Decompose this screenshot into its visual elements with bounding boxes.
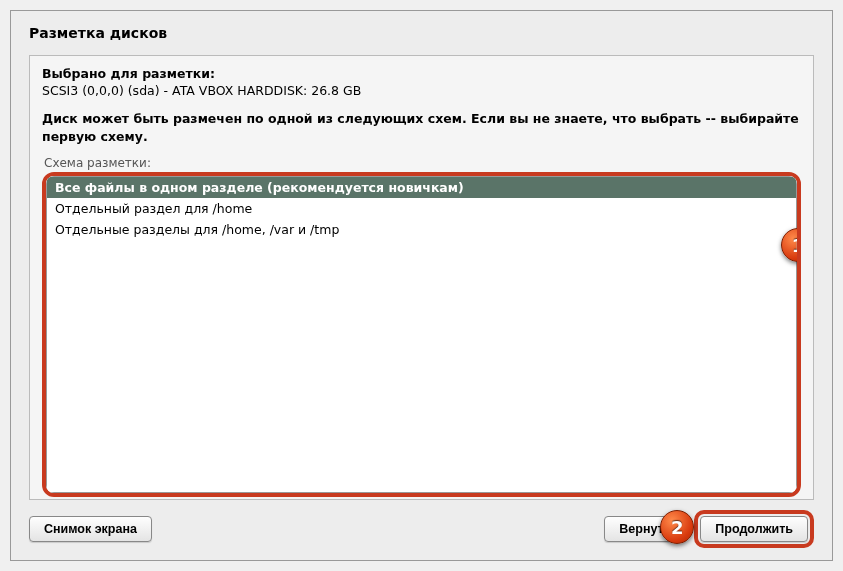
scheme-option-separate-home[interactable]: Отдельный раздел для /home (47, 198, 796, 219)
selected-label: Выбрано для разметки: (42, 66, 801, 81)
screenshot-button[interactable]: Снимок экрана (29, 516, 152, 542)
right-button-group: Вернуть Продолжить 2 (604, 510, 814, 548)
scheme-list: Все файлы в одном разделе (рекомендуется… (46, 176, 797, 493)
content-frame: Выбрано для разметки: SCSI3 (0,0,0) (sda… (29, 55, 814, 500)
annotation-badge-2: 2 (660, 510, 694, 544)
button-row: Снимок экрана Вернуть Продолжить 2 (29, 510, 814, 548)
continue-highlight: Продолжить 2 (694, 510, 814, 548)
partition-window: Разметка дисков Выбрано для разметки: SC… (10, 10, 833, 561)
disk-info: SCSI3 (0,0,0) (sda) - ATA VBOX HARDDISK:… (42, 83, 801, 98)
scheme-option-all-one-partition[interactable]: Все файлы в одном разделе (рекомендуется… (47, 177, 796, 198)
scheme-option-separate-home-var-tmp[interactable]: Отдельные разделы для /home, /var и /tmp (47, 219, 796, 240)
scheme-label: Схема разметки: (44, 156, 801, 170)
page-title: Разметка дисков (29, 25, 814, 41)
continue-button[interactable]: Продолжить (700, 516, 808, 542)
description-text: Диск может быть размечен по одной из сле… (42, 110, 801, 146)
scheme-list-highlight: Все файлы в одном разделе (рекомендуется… (42, 172, 801, 497)
